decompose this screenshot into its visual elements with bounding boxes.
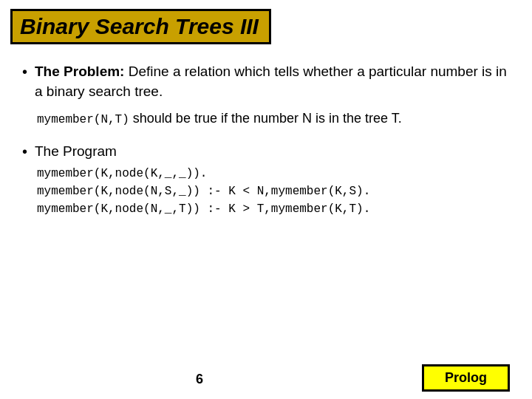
- program-code-block: mymember(K,node(K,_,_)). mymember(K,node…: [37, 165, 510, 218]
- mymember-code: mymember(N,T): [37, 113, 129, 126]
- mymember-line: mymember(N,T) should be true if the numb…: [37, 109, 510, 129]
- program-section: • The Program mymember(K,node(K,_,_)). m…: [22, 142, 510, 218]
- program-bullet-row: • The Program: [22, 142, 510, 162]
- problem-section: • The Problem: Define a relation which t…: [22, 62, 510, 129]
- should-be-text: should be true if the number N is in the…: [129, 111, 402, 126]
- page-number: 6: [196, 372, 203, 387]
- bullet-dot-2: •: [22, 143, 27, 160]
- problem-label: The Problem:: [35, 64, 124, 79]
- code-line-1: mymember(K,node(K,_,_)).: [37, 165, 510, 183]
- code-line-2: mymember(K,node(N,S,_)) :- K < N,mymembe…: [37, 183, 510, 200]
- prolog-badge: Prolog: [422, 364, 510, 392]
- prolog-label: Prolog: [445, 370, 487, 385]
- content-area: • The Problem: Define a relation which t…: [0, 44, 532, 218]
- slide-title: Binary Search Trees III: [20, 14, 259, 38]
- program-label: The Program: [35, 142, 117, 162]
- bullet-dot-1: •: [22, 64, 27, 81]
- title-bar: Binary Search Trees III: [10, 9, 271, 44]
- slide-container: Binary Search Trees III • The Problem: D…: [0, 0, 532, 399]
- problem-bullet-row: • The Problem: Define a relation which t…: [22, 62, 510, 101]
- mymember-description: mymember(N,T) should be true if the numb…: [37, 109, 510, 129]
- code-line-3: mymember(K,node(N,_,T)) :- K > T,mymembe…: [37, 200, 510, 218]
- problem-text: The Problem: Define a relation which tel…: [35, 62, 510, 101]
